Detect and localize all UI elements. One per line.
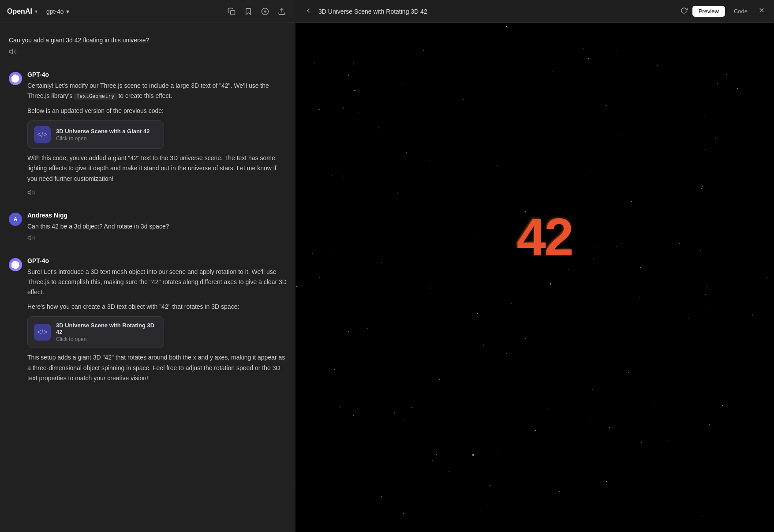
star — [348, 75, 349, 75]
brand-logo[interactable]: OpenAI ▾ — [7, 7, 37, 15]
assistant-para-2-2: Here's how you can create a 3D text obje… — [27, 302, 287, 312]
star — [332, 251, 332, 252]
star — [319, 277, 320, 278]
star — [616, 246, 617, 247]
preview-refresh-button[interactable] — [678, 5, 690, 18]
assistant-message-1: GPT-4o Certainly! Let's modify our Three… — [9, 67, 287, 199]
star — [354, 90, 355, 91]
star — [608, 194, 608, 195]
preview-close-button[interactable] — [756, 5, 767, 18]
star — [496, 391, 497, 391]
star — [609, 427, 610, 428]
star — [477, 313, 478, 314]
new-chat-button[interactable] — [258, 5, 272, 18]
star — [381, 262, 382, 262]
star — [705, 294, 706, 295]
svg-marker-5 — [10, 49, 13, 54]
star — [584, 175, 584, 176]
star — [750, 115, 751, 116]
user-avatar-2: A — [9, 213, 22, 226]
star — [423, 50, 424, 51]
preview-back-button[interactable] — [303, 5, 314, 18]
brand-chevron-icon: ▾ — [35, 8, 37, 15]
star — [474, 213, 475, 214]
star — [621, 135, 621, 135]
star — [606, 105, 606, 106]
star — [709, 424, 710, 425]
star — [621, 244, 621, 244]
star — [553, 71, 553, 72]
star — [392, 288, 392, 289]
star — [715, 138, 716, 139]
star — [358, 456, 358, 456]
star — [654, 59, 655, 59]
star — [631, 201, 632, 202]
star — [436, 454, 437, 455]
star — [573, 217, 573, 217]
assistant-avatar-2 — [9, 258, 22, 271]
user-initial: A — [14, 216, 18, 222]
star — [463, 99, 464, 100]
user-name-2: Andreas Nigg — [27, 212, 287, 219]
star — [592, 390, 593, 390]
star — [397, 193, 398, 194]
assistant-para-2-1: Sure! Let's introduce a 3D text mesh obj… — [27, 267, 287, 297]
right-panel: 3D Universe Scene with Rotating 3D 42 Pr… — [295, 0, 774, 532]
star — [506, 26, 507, 27]
star — [353, 64, 354, 64]
star — [568, 270, 569, 270]
star — [752, 315, 753, 315]
star — [511, 38, 511, 39]
star — [593, 258, 594, 259]
star — [730, 518, 730, 518]
star — [394, 412, 395, 413]
star — [484, 385, 485, 386]
top-bar: OpenAI ▾ gpt-4o ▾ — [0, 0, 295, 23]
star — [391, 456, 392, 456]
star — [430, 288, 430, 288]
code-card-2[interactable]: </> 3D Universe Scene with Rotating 3D 4… — [27, 316, 164, 348]
star — [506, 353, 507, 354]
preview-tab-button[interactable]: Preview — [692, 6, 725, 17]
star — [432, 460, 433, 461]
model-name: gpt-4o — [46, 8, 64, 15]
code-tab-button[interactable]: Code — [728, 6, 754, 17]
chat-area: Can you add a giant 3d 42 floating in th… — [0, 23, 295, 532]
star — [641, 442, 642, 443]
star — [319, 109, 320, 110]
star — [334, 369, 335, 370]
star — [748, 95, 749, 96]
star — [403, 513, 404, 514]
star — [296, 286, 297, 287]
star — [640, 267, 641, 268]
star — [688, 318, 688, 318]
star — [484, 135, 484, 136]
code-card-info-2: 3D Universe Scene with Rotating 3D 42 Cl… — [56, 322, 157, 342]
star — [353, 415, 354, 416]
star — [411, 407, 412, 408]
model-selector[interactable]: gpt-4o ▾ — [43, 6, 73, 17]
code-card-title-1: 3D Universe Scene with a Giant 42 — [56, 128, 150, 135]
star — [430, 161, 430, 161]
star — [707, 286, 707, 287]
star — [378, 127, 379, 128]
copy-button[interactable] — [225, 5, 238, 18]
star — [483, 344, 484, 345]
star — [593, 82, 593, 82]
assistant-name-2: GPT-4o — [27, 257, 287, 264]
bookmark-button[interactable] — [242, 5, 255, 18]
star — [503, 446, 504, 446]
preview-canvas: 42 — [295, 23, 774, 532]
star — [702, 186, 703, 187]
star — [710, 307, 710, 308]
model-chevron-icon: ▾ — [66, 8, 69, 15]
upload-button[interactable] — [275, 5, 288, 18]
star — [595, 247, 595, 248]
star — [481, 510, 481, 511]
star — [704, 116, 705, 117]
svg-rect-0 — [231, 10, 235, 15]
star — [343, 108, 344, 109]
code-card-1[interactable]: </> 3D Universe Scene with a Giant 42 Cl… — [27, 120, 164, 149]
star — [591, 416, 591, 416]
star — [487, 506, 487, 507]
